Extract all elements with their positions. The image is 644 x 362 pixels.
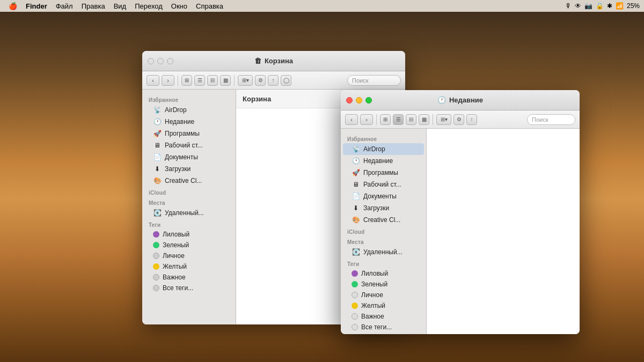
sidebar-item-remote-trash[interactable]: 💽 Удаленный... bbox=[144, 207, 233, 219]
window-title-recent: 🕐 Недавние bbox=[437, 96, 483, 104]
tag-personal-label: Личное bbox=[163, 252, 185, 260]
creative-icon: 🎨 bbox=[153, 176, 162, 185]
close-button-trash[interactable] bbox=[148, 58, 154, 64]
sidebar-item-creative-recent[interactable]: 🎨 Creative Cl... bbox=[343, 214, 424, 226]
cover-view-btn-r[interactable]: ▦ bbox=[419, 114, 429, 125]
group-btn[interactable]: ⊞▾ bbox=[238, 75, 253, 86]
minimize-button-trash[interactable] bbox=[157, 58, 164, 64]
tag-important-dot-r bbox=[352, 313, 358, 320]
menu-finder[interactable]: Finder bbox=[21, 2, 52, 10]
sidebar-item-airdrop-trash[interactable]: 📡 AirDrop bbox=[144, 104, 233, 116]
desktop-icon: 🖥 bbox=[153, 141, 162, 150]
sidebar-item-tag-all-recent[interactable]: Все теги... bbox=[343, 322, 424, 333]
remote-icon-r: 💽 bbox=[352, 248, 360, 256]
menu-window[interactable]: Окно bbox=[167, 2, 192, 10]
sidebar-item-downloads-recent[interactable]: ⬇ Загрузки bbox=[343, 202, 424, 214]
icon-view-btn[interactable]: ⊞ bbox=[181, 75, 192, 86]
sidebar-item-tag-all-trash[interactable]: Все теги... bbox=[144, 283, 233, 293]
tag-green-dot bbox=[153, 242, 159, 248]
sidebar-item-tag-green-trash[interactable]: Зеленый bbox=[144, 240, 233, 250]
camera-icon: 📷 bbox=[584, 2, 592, 10]
airdrop-icon-r: 📡 bbox=[352, 145, 360, 153]
places-header-trash: Места bbox=[142, 197, 236, 207]
menu-go[interactable]: Переход bbox=[130, 2, 167, 10]
sidebar-item-tag-purple-trash[interactable]: Лиловый bbox=[144, 229, 233, 240]
tag-personal-dot-r bbox=[352, 292, 358, 298]
apps-label: Программы bbox=[165, 130, 200, 137]
back-button-recent[interactable]: ‹ bbox=[345, 114, 358, 125]
back-button-trash[interactable]: ‹ bbox=[147, 75, 159, 86]
close-button-recent[interactable] bbox=[346, 97, 353, 104]
minimize-button-recent[interactable] bbox=[356, 97, 362, 104]
sidebar-item-tag-important-recent[interactable]: Важное bbox=[343, 311, 424, 322]
search-box-recent[interactable]: Поиск bbox=[527, 114, 575, 125]
sidebar-item-docs-trash[interactable]: 📄 Документы bbox=[144, 151, 233, 163]
sidebar-item-airdrop-recent[interactable]: 📡 AirDrop bbox=[343, 143, 424, 155]
apple-menu[interactable]: 🍎 bbox=[4, 2, 21, 10]
eye-icon: 👁 bbox=[575, 2, 581, 10]
sidebar-item-creative-trash[interactable]: 🎨 Creative Cl... bbox=[144, 175, 233, 187]
tag-green-dot-r bbox=[352, 281, 358, 287]
cover-view-btn[interactable]: ▦ bbox=[220, 75, 231, 86]
share-btn[interactable]: ↑ bbox=[268, 75, 279, 86]
recent-label-r: Недавние bbox=[363, 157, 393, 165]
sidebar-item-recent-recent[interactable]: 🕐 Недавние bbox=[343, 155, 424, 167]
forward-button-trash[interactable]: › bbox=[162, 75, 174, 86]
tag-personal-label-r: Личное bbox=[361, 291, 383, 299]
search-box-trash[interactable]: Поиск bbox=[347, 75, 401, 86]
menu-edit[interactable]: Правка bbox=[77, 2, 109, 10]
search-placeholder-recent: Поиск bbox=[532, 116, 548, 123]
column-view-btn[interactable]: ⊟ bbox=[207, 75, 218, 86]
docs-icon-r: 📄 bbox=[352, 192, 360, 201]
tag-all-dot-r bbox=[352, 324, 358, 330]
share-btn-r[interactable]: ↑ bbox=[466, 114, 477, 125]
sidebar-item-apps-trash[interactable]: 🚀 Программы bbox=[144, 128, 233, 139]
sidebar-item-downloads-trash[interactable]: ⬇ Загрузки bbox=[144, 163, 233, 175]
sidebar-item-tag-personal-trash[interactable]: Личное bbox=[144, 250, 233, 261]
list-view-btn[interactable]: ☰ bbox=[194, 75, 205, 86]
action-btn[interactable]: ⚙ bbox=[255, 75, 266, 86]
icon-view-btn-r[interactable]: ⊞ bbox=[380, 114, 391, 125]
column-view-btn-r[interactable]: ⊟ bbox=[406, 114, 416, 125]
window-body-recent: Избранное 📡 AirDrop 🕐 Недавние 🚀 Програм… bbox=[341, 129, 580, 334]
toolbar-sep-r2 bbox=[433, 114, 433, 125]
tag-all-label-r: Все теги... bbox=[361, 323, 392, 331]
forward-button-recent[interactable]: › bbox=[360, 114, 373, 125]
sidebar-item-apps-recent[interactable]: 🚀 Программы bbox=[343, 167, 424, 179]
group-btn-r[interactable]: ⊞▾ bbox=[436, 114, 451, 125]
sidebar-item-desktop-trash[interactable]: 🖥 Рабочий ст... bbox=[144, 139, 233, 151]
tag-all-label: Все теги... bbox=[163, 284, 193, 292]
zoom-button-trash[interactable] bbox=[167, 58, 173, 64]
toolbar-sep-2 bbox=[234, 75, 235, 86]
sidebar-item-docs-recent[interactable]: 📄 Документы bbox=[343, 190, 424, 202]
sidebar-item-remote-recent[interactable]: 💽 Удаленный... bbox=[343, 246, 424, 258]
sidebar-item-tag-personal-recent[interactable]: Личное bbox=[343, 290, 424, 300]
creative-icon-r: 🎨 bbox=[352, 216, 360, 224]
remote-label-r: Удаленный... bbox=[363, 248, 402, 256]
tag-personal-dot bbox=[153, 253, 159, 259]
tag-btn[interactable]: ◯ bbox=[281, 75, 291, 86]
traffic-lights-recent[interactable] bbox=[346, 97, 372, 104]
toolbar-sep-r1 bbox=[376, 114, 377, 125]
tag-purple-label: Лиловый bbox=[163, 231, 189, 238]
sidebar-item-tag-yellow-recent[interactable]: Желтый bbox=[343, 300, 424, 311]
sidebar-item-recent-trash[interactable]: 🕐 Недавние bbox=[144, 116, 233, 128]
action-btn-r[interactable]: ⚙ bbox=[453, 114, 464, 125]
sidebar-item-tag-green-recent[interactable]: Зеленый bbox=[343, 279, 424, 290]
downloads-label-r: Загрузки bbox=[363, 204, 389, 212]
list-view-btn-r[interactable]: ☰ bbox=[393, 114, 404, 125]
tag-yellow-dot-r bbox=[352, 302, 358, 309]
menu-file[interactable]: Файл bbox=[52, 2, 77, 10]
tag-important-label-r: Важное bbox=[361, 313, 384, 320]
zoom-button-recent[interactable] bbox=[365, 97, 372, 104]
airdrop-label-r: AirDrop bbox=[363, 145, 385, 153]
menu-help[interactable]: Справка bbox=[192, 2, 228, 10]
sidebar-item-desktop-recent[interactable]: 🖥 Рабочий ст... bbox=[343, 179, 424, 190]
menu-view[interactable]: Вид bbox=[109, 2, 131, 10]
sidebar-item-tag-purple-recent[interactable]: Лиловый bbox=[343, 268, 424, 279]
sidebar-item-tag-important-trash[interactable]: Важное bbox=[144, 272, 233, 283]
traffic-lights-trash[interactable] bbox=[148, 58, 173, 64]
docs-label: Документы bbox=[165, 153, 198, 161]
lock-icon: 🔒 bbox=[596, 2, 604, 10]
sidebar-item-tag-yellow-trash[interactable]: Желтый bbox=[144, 261, 233, 272]
